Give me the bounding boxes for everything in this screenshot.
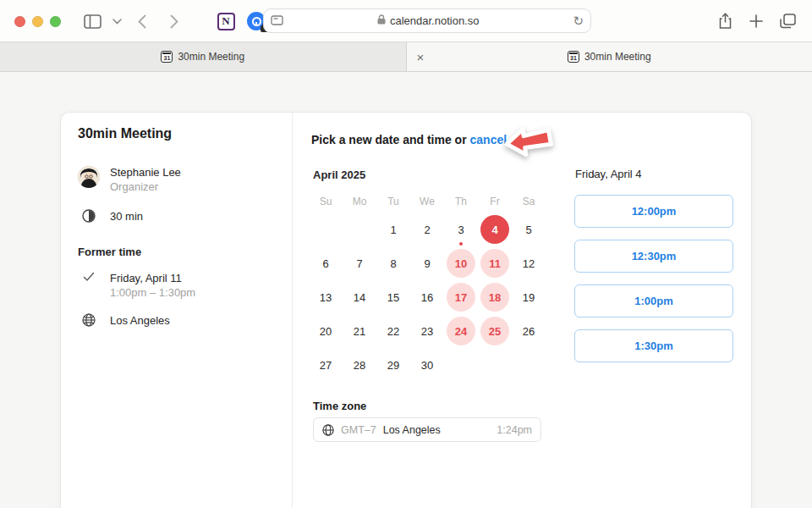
url-text: calendar.notion.so bbox=[390, 14, 480, 27]
check-icon bbox=[78, 272, 100, 282]
timezone-current-time: 1:24pm bbox=[497, 424, 532, 436]
former-time-row: Friday, April 11 1:00pm – 1:30pm bbox=[78, 272, 195, 299]
tab-30min-meeting-2[interactable]: × 31 30min Meeting bbox=[407, 42, 812, 71]
weekday-label: Sa bbox=[512, 196, 546, 207]
day-cell-2[interactable]: 2 bbox=[410, 213, 444, 246]
page-settings-icon[interactable] bbox=[271, 14, 283, 29]
forward-button[interactable] bbox=[164, 11, 184, 31]
time-slot-button-12:30pm[interactable]: 12:30pm bbox=[574, 240, 733, 273]
day-cell-16[interactable]: 16 bbox=[410, 280, 444, 314]
notion-logo: N bbox=[217, 13, 235, 30]
close-window-button[interactable] bbox=[14, 16, 25, 27]
minimize-window-button[interactable] bbox=[32, 16, 43, 27]
day-cell-13[interactable]: 13 bbox=[309, 280, 343, 314]
time-slot-list: 12:00pm12:30pm1:00pm1:30pm bbox=[574, 195, 733, 362]
day-cell-11[interactable]: 11 bbox=[478, 246, 512, 280]
globe-icon bbox=[322, 424, 334, 436]
day-cell-26[interactable]: 26 bbox=[512, 314, 546, 348]
globe-icon bbox=[78, 313, 100, 327]
day-cell-23[interactable]: 23 bbox=[410, 314, 444, 348]
calendar-weekday-row: SuMoTuWeThFrSa bbox=[309, 196, 546, 207]
calendar-month-label: April 2025 bbox=[313, 168, 365, 181]
day-cell-10[interactable]: 10 bbox=[444, 246, 478, 280]
location-text: Los Angeles bbox=[110, 314, 170, 327]
day-cell-27[interactable]: 27 bbox=[309, 348, 343, 382]
day-cell-3[interactable]: 3 bbox=[444, 213, 478, 246]
event-dot bbox=[459, 242, 463, 246]
weekday-label: Fr bbox=[478, 196, 512, 207]
timezone-label: Time zone bbox=[313, 400, 366, 412]
day-cell-24[interactable]: 24 bbox=[444, 314, 478, 348]
scheduling-card: 30min Meeting Stephanie Lee Organizer bbox=[61, 113, 751, 508]
day-cell-4[interactable]: 4 bbox=[478, 213, 512, 246]
day-cell-21[interactable]: 21 bbox=[343, 314, 376, 348]
day-cell-30[interactable]: 30 bbox=[410, 348, 444, 382]
new-tab-icon[interactable] bbox=[746, 11, 766, 31]
empty-day-cell bbox=[444, 348, 478, 382]
tab-group-dropdown-icon[interactable] bbox=[107, 11, 127, 31]
day-cell-28[interactable]: 28 bbox=[343, 348, 376, 382]
day-cell-5[interactable]: 5 bbox=[512, 213, 546, 246]
tab-30min-meeting-1[interactable]: 31 30min Meeting bbox=[0, 42, 407, 71]
timezone-selector[interactable]: GMT–7 Los Angeles 1:24pm bbox=[313, 417, 541, 442]
former-time-label: Former time bbox=[78, 246, 141, 258]
time-slot-button-12:00pm[interactable]: 12:00pm bbox=[574, 195, 733, 228]
day-cell-20[interactable]: 20 bbox=[309, 314, 343, 348]
day-cell-6[interactable]: 6 bbox=[309, 246, 343, 280]
day-cell-17[interactable]: 17 bbox=[444, 280, 478, 314]
tab-label: 30min Meeting bbox=[178, 51, 244, 63]
timezone-city: Los Angeles bbox=[383, 424, 441, 436]
day-cell-1[interactable]: 1 bbox=[376, 213, 410, 246]
picker-heading-text: Pick a new date and time or bbox=[311, 133, 470, 146]
meeting-title: 30min Meeting bbox=[78, 126, 172, 141]
empty-day-cell bbox=[478, 348, 512, 382]
reload-icon[interactable]: ↻ bbox=[573, 14, 584, 29]
weekday-label: Mo bbox=[343, 196, 376, 207]
picker-heading: Pick a new date and time or cancel bbox=[311, 133, 507, 146]
browser-toolbar: N calendar.notion.so ↻ bbox=[0, 0, 812, 41]
panel-divider bbox=[292, 113, 293, 508]
duration-text: 30 min bbox=[110, 210, 143, 223]
calendar-month-row: April 2025 › bbox=[313, 168, 602, 181]
weekday-label: Th bbox=[444, 196, 478, 207]
location-row: Los Angeles bbox=[78, 313, 170, 327]
back-button[interactable] bbox=[132, 11, 152, 31]
window-controls bbox=[14, 16, 61, 27]
day-cell-18[interactable]: 18 bbox=[478, 280, 512, 314]
page-content: 30min Meeting Stephanie Lee Organizer bbox=[0, 72, 812, 507]
day-cell-14[interactable]: 14 bbox=[343, 280, 376, 314]
annotation-arrow-icon bbox=[501, 121, 557, 167]
day-cell-15[interactable]: 15 bbox=[376, 280, 410, 314]
tab-overview-icon[interactable] bbox=[777, 11, 798, 31]
time-slot-button-1:30pm[interactable]: 1:30pm bbox=[574, 329, 733, 362]
weekday-label: Su bbox=[309, 196, 343, 207]
day-cell-8[interactable]: 8 bbox=[376, 246, 410, 280]
day-cell-19[interactable]: 19 bbox=[512, 280, 546, 314]
calendar-grid: 1234567891011121314151617181920212223242… bbox=[309, 213, 546, 382]
duration-row: 30 min bbox=[78, 209, 143, 223]
notion-extension-icon[interactable]: N bbox=[216, 11, 236, 31]
zoom-window-button[interactable] bbox=[50, 16, 61, 27]
day-cell-12[interactable]: 12 bbox=[512, 246, 546, 280]
close-tab-icon[interactable]: × bbox=[417, 51, 425, 64]
former-range: 1:00pm – 1:30pm bbox=[110, 286, 195, 299]
organizer-name: Stephanie Lee bbox=[110, 166, 181, 179]
day-cell-29[interactable]: 29 bbox=[376, 348, 410, 382]
share-icon[interactable] bbox=[715, 11, 735, 31]
former-date: Friday, April 11 bbox=[110, 272, 195, 284]
sidebar-toggle-icon[interactable] bbox=[82, 11, 102, 31]
empty-day-cell bbox=[343, 213, 376, 246]
address-bar[interactable]: calendar.notion.so ↻ bbox=[263, 8, 591, 33]
day-cell-9[interactable]: 9 bbox=[410, 246, 444, 280]
day-cell-22[interactable]: 22 bbox=[376, 314, 410, 348]
empty-day-cell bbox=[309, 213, 343, 246]
day-cell-7[interactable]: 7 bbox=[343, 246, 376, 280]
selected-date-label: Friday, April 4 bbox=[575, 168, 642, 180]
organizer-avatar bbox=[78, 166, 100, 188]
empty-day-cell bbox=[512, 348, 546, 382]
weekday-label: Tu bbox=[376, 196, 410, 207]
duration-icon bbox=[78, 209, 100, 223]
day-cell-25[interactable]: 25 bbox=[478, 314, 512, 348]
time-slot-button-1:00pm[interactable]: 1:00pm bbox=[574, 284, 733, 318]
tab-bar: 31 30min Meeting × 31 30min Meeting bbox=[0, 41, 812, 72]
